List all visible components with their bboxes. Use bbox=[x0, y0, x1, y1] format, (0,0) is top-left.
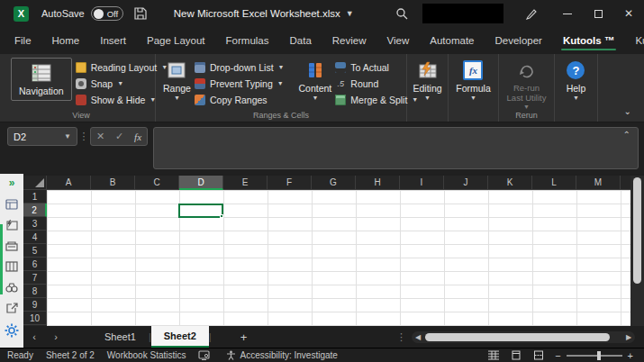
ribbon-tab-home[interactable]: Home bbox=[50, 31, 82, 51]
collapse-formula-bar-icon[interactable]: ⌃ bbox=[623, 130, 630, 140]
dropdown-list-button[interactable]: Drop-down List ▼ bbox=[195, 60, 285, 74]
row-header-7[interactable]: 7 bbox=[23, 271, 47, 285]
title-chevron-icon[interactable]: ▼ bbox=[346, 9, 354, 18]
row-header-8[interactable]: 8 bbox=[23, 285, 47, 298]
column-header-C[interactable]: C bbox=[135, 176, 179, 190]
zoom-slider-thumb[interactable] bbox=[597, 351, 601, 360]
open-external-icon[interactable] bbox=[5, 303, 19, 313]
enter-icon[interactable]: ✓ bbox=[115, 131, 123, 142]
row-header-9[interactable]: 9 bbox=[23, 298, 47, 312]
name-box[interactable]: D2 ▼ bbox=[7, 127, 77, 146]
row-header-1[interactable]: 1 bbox=[23, 190, 47, 204]
editing-button[interactable]: Editing ▼ bbox=[409, 58, 445, 103]
accessibility-status[interactable]: Accessibility: Investigate bbox=[240, 350, 337, 360]
search-icon[interactable] bbox=[394, 5, 410, 22]
merge-split-button[interactable]: Merge & Split ▼ bbox=[335, 93, 418, 106]
grid-cells[interactable] bbox=[47, 190, 630, 326]
column-header-E[interactable]: E bbox=[223, 176, 268, 190]
zoom-out-icon[interactable]: − bbox=[555, 350, 560, 361]
display-settings-icon[interactable] bbox=[198, 350, 210, 360]
collapse-ribbon-icon[interactable]: ⌄ bbox=[624, 106, 631, 116]
insert-function-icon[interactable]: fx bbox=[134, 131, 141, 142]
select-all-icon[interactable] bbox=[23, 176, 47, 190]
page-layout-view-icon[interactable] bbox=[510, 350, 522, 361]
show-hide-button[interactable]: Show & Hide ▼ bbox=[76, 93, 168, 106]
snap-button[interactable]: Snap ▼ bbox=[76, 77, 168, 90]
worksheets-list-icon[interactable] bbox=[5, 240, 19, 251]
close-icon[interactable]: ✕ bbox=[613, 1, 644, 26]
column-header-A[interactable]: A bbox=[47, 176, 91, 190]
copy-ranges-button[interactable]: Copy Ranges bbox=[195, 93, 285, 106]
column-header-D[interactable]: D bbox=[179, 176, 223, 190]
help-button[interactable]: ? Help ▼ bbox=[563, 58, 590, 103]
formula-input[interactable]: ⌃ bbox=[153, 127, 639, 169]
document-title[interactable]: New Microsoft Excel Worksheet.xlsx bbox=[174, 8, 340, 19]
round-button[interactable]: .5 Round bbox=[335, 77, 418, 90]
maximize-icon[interactable] bbox=[583, 1, 613, 26]
ribbon-tab-view[interactable]: View bbox=[385, 31, 412, 51]
ribbon-tab-kutools[interactable]: Kutools ™ bbox=[561, 31, 617, 51]
sheet-tab-sheet2[interactable]: Sheet2 bbox=[151, 326, 209, 348]
zoom-in-icon[interactable]: + bbox=[628, 350, 633, 361]
formula-bar-drag-handle[interactable]: ⋮ bbox=[77, 127, 90, 142]
column-header-G[interactable]: G bbox=[312, 176, 356, 190]
row-header-4[interactable]: 4 bbox=[23, 231, 47, 244]
settings-gear-icon[interactable] bbox=[5, 323, 19, 340]
ribbon-tab-formulas[interactable]: Formulas bbox=[224, 31, 271, 51]
row-header-2[interactable]: 2 bbox=[23, 204, 47, 217]
scroll-left-icon[interactable]: ◀ bbox=[412, 333, 424, 341]
worksheet-pane-icon[interactable] bbox=[5, 199, 19, 210]
ribbon-tab-automate[interactable]: Automate bbox=[428, 31, 476, 51]
slide-pane-icon[interactable] bbox=[5, 220, 19, 231]
column-header-J[interactable]: J bbox=[444, 176, 488, 190]
pen-icon[interactable] bbox=[523, 5, 540, 22]
column-header-L[interactable]: L bbox=[532, 176, 576, 190]
vertical-scrollbar-thumb[interactable] bbox=[633, 177, 641, 284]
ribbon-tab-kutools-plus[interactable]: Kutools Plus bbox=[633, 31, 644, 51]
column-header-I[interactable]: I bbox=[400, 176, 444, 190]
ribbon-tab-page-layout[interactable]: Page Layout bbox=[145, 31, 207, 51]
zoom-slider[interactable] bbox=[567, 355, 622, 357]
autosave-toggle[interactable]: Off bbox=[91, 6, 123, 21]
prev-sheet-icon[interactable]: ‹ bbox=[23, 331, 45, 342]
prevent-typing-button[interactable]: Prevent Typing ▼ bbox=[195, 77, 285, 90]
column-header-F[interactable]: F bbox=[268, 176, 312, 190]
row-header-6[interactable]: 6 bbox=[23, 258, 47, 271]
next-sheet-icon[interactable]: › bbox=[45, 331, 67, 342]
normal-view-icon[interactable] bbox=[487, 350, 499, 361]
ribbon-tab-data[interactable]: Data bbox=[288, 31, 313, 51]
sheet-info[interactable]: Sheet 2 of 2 bbox=[46, 350, 95, 360]
formula-button[interactable]: fx Formula ▼ bbox=[452, 58, 494, 103]
sheet-tab-sheet1[interactable]: Sheet1 bbox=[92, 326, 149, 348]
ribbon-tab-file[interactable]: File bbox=[13, 31, 33, 51]
horizontal-scrollbar-thumb[interactable] bbox=[425, 333, 610, 341]
column-header-K[interactable]: K bbox=[488, 176, 532, 190]
workbook-statistics[interactable]: Workbook Statistics bbox=[107, 350, 186, 360]
row-header-5[interactable]: 5 bbox=[23, 244, 47, 258]
tabbar-drag-handle[interactable]: ⋮ bbox=[396, 331, 406, 343]
range-button[interactable]: Range ▼ bbox=[159, 58, 195, 103]
column-header-H[interactable]: H bbox=[356, 176, 400, 190]
vertical-scrollbar[interactable] bbox=[630, 176, 644, 326]
fill-handle[interactable] bbox=[220, 214, 223, 218]
to-actual-button[interactable]: To Actual bbox=[335, 60, 418, 74]
minimize-icon[interactable] bbox=[552, 1, 583, 26]
accessibility-icon[interactable] bbox=[226, 350, 236, 360]
row-header-10[interactable]: 10 bbox=[23, 312, 47, 325]
column-header-M[interactable]: M bbox=[576, 176, 621, 190]
ribbon-tab-developer[interactable]: Developer bbox=[493, 31, 543, 51]
columns-pane-icon[interactable] bbox=[5, 261, 19, 272]
column-header-B[interactable]: B bbox=[91, 176, 135, 190]
expand-pane-icon[interactable]: » bbox=[9, 176, 15, 189]
binoculars-icon[interactable] bbox=[5, 282, 19, 293]
horizontal-scrollbar[interactable]: ◀ ▶ bbox=[412, 331, 635, 343]
reading-layout-button[interactable]: Reading Layout ▼ bbox=[76, 60, 168, 74]
save-icon[interactable] bbox=[132, 5, 149, 22]
content-button[interactable]: Content ▼ bbox=[295, 58, 336, 103]
row-header-3[interactable]: 3 bbox=[23, 217, 47, 231]
column-header-partial[interactable] bbox=[621, 176, 630, 190]
ribbon-tab-insert[interactable]: Insert bbox=[98, 31, 128, 51]
page-break-view-icon[interactable] bbox=[532, 350, 544, 361]
cancel-icon[interactable]: ✕ bbox=[96, 131, 104, 142]
selected-cell[interactable] bbox=[178, 204, 223, 218]
